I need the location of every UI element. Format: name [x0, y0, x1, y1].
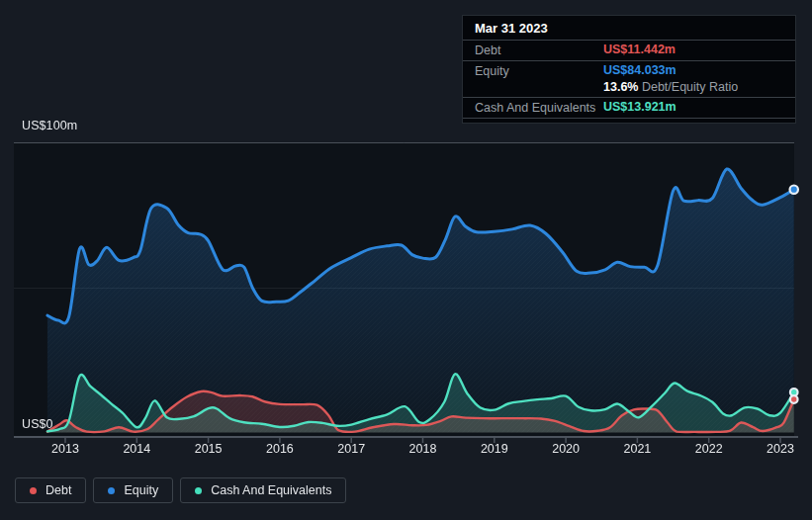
tooltip-equity-label: Equity [475, 63, 603, 78]
chart-tooltip: Mar 31 2023 Debt US$11.442m Equity US$84… [462, 15, 796, 124]
chart-legend: DebtEquityCash And Equivalents [15, 477, 346, 503]
legend-dot [30, 487, 37, 494]
legend-label: Debt [45, 483, 71, 497]
ratio-label: Debt/Equity Ratio [642, 80, 738, 94]
legend-item-debt[interactable]: Debt [15, 477, 86, 503]
x-axis-label: 2014 [123, 442, 150, 456]
legend-label: Equity [124, 483, 158, 497]
tooltip-cash-value: US$13.921m [603, 100, 677, 114]
legend-dot [195, 487, 202, 494]
tooltip-equity-value: US$84.033m [603, 63, 677, 77]
tooltip-debt-value: US$11.442m [603, 43, 676, 56]
x-axis-label: 2013 [51, 442, 79, 456]
x-axis-label: 2016 [266, 442, 294, 456]
x-axis-label: 2023 [767, 442, 794, 456]
tooltip-date: Mar 31 2023 [463, 16, 795, 40]
x-axis-label: 2018 [409, 442, 437, 456]
x-axis-label: 2020 [552, 442, 580, 456]
ratio-value: 13.6% [603, 80, 638, 94]
y-axis-label-bottom: US$0 [22, 417, 53, 431]
x-axis-label: 2015 [195, 442, 223, 456]
legend-label: Cash And Equivalents [211, 483, 331, 497]
tooltip-row-equity: Equity US$84.033m 13.6% Debt/Equity Rati… [463, 60, 795, 97]
tooltip-debt-equity-ratio: 13.6% Debt/Equity Ratio [603, 80, 738, 94]
x-axis-label: 2017 [337, 442, 365, 456]
tooltip-row-debt: Debt US$11.442m [463, 40, 795, 60]
legend-item-equity[interactable]: Equity [93, 477, 173, 503]
x-axis-label: 2021 [623, 442, 651, 456]
y-axis-label-top: US$100m [22, 119, 77, 132]
tooltip-debt-label: Debt [475, 43, 603, 57]
tooltip-cash-label: Cash And Equivalents [475, 100, 603, 115]
debt-equity-history-panel: { "tooltip": { "date": "Mar 31 2023", "r… [0, 0, 812, 520]
legend-dot [108, 487, 115, 494]
x-axis-label: 2022 [695, 442, 723, 456]
x-axis-label: 2019 [481, 442, 508, 456]
legend-item-cash-and-equivalents[interactable]: Cash And Equivalents [180, 477, 346, 503]
tooltip-row-cash: Cash And Equivalents US$13.921m [463, 97, 795, 119]
